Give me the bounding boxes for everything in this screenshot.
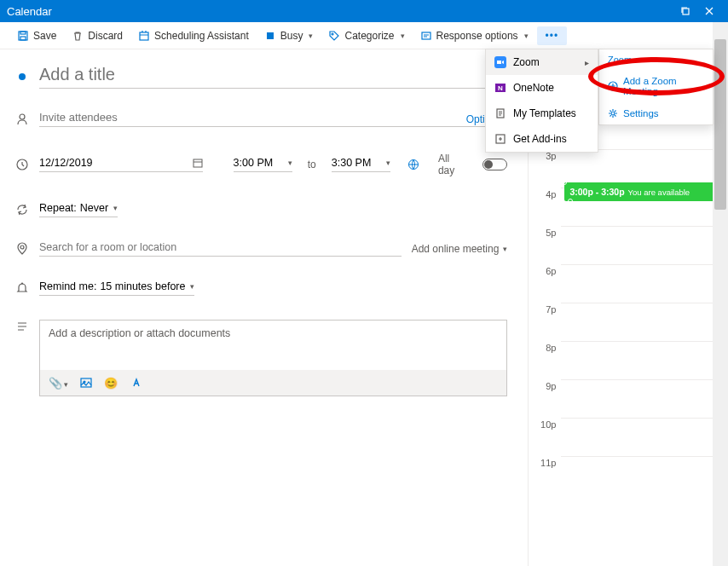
hour-row: 8p [535, 341, 728, 379]
menu-item-get-add-ins[interactable]: Get Add-ins [486, 126, 598, 152]
menu-item-zoom[interactable]: Zoom▸ [486, 49, 598, 75]
ellipsis-icon: ••• [546, 30, 559, 42]
image-icon[interactable] [80, 377, 92, 389]
svg-rect-2 [20, 32, 26, 34]
svg-point-13 [22, 283, 23, 284]
emoji-icon[interactable]: 😊 [104, 377, 118, 390]
zoom-icon [494, 56, 506, 68]
hour-label: 11p [535, 456, 561, 468]
window-title: Calendar [7, 5, 673, 18]
window-titlebar: Calendar [0, 0, 728, 22]
svg-point-6 [332, 33, 333, 35]
addins-icon [494, 133, 506, 145]
chevron-down-icon: ▾ [288, 159, 292, 167]
calendar-event[interactable]: 3:00p - 3:30p You are available [564, 182, 721, 201]
chevron-down-icon: ▾ [503, 245, 507, 253]
chevron-down-icon: ▾ [190, 282, 194, 291]
more-options-menu: Zoom▸NOneNoteMy TemplatesGet Add-ins [485, 49, 598, 153]
start-time-field[interactable]: 3:00 PM ▾ [234, 157, 292, 172]
scrollbar[interactable] [713, 22, 728, 566]
chevron-down-icon: ▾ [113, 204, 118, 212]
repeat-icon [15, 203, 29, 217]
hour-label: 5p [535, 226, 561, 238]
close-button[interactable] [697, 0, 721, 22]
command-toolbar: Save Discard Scheduling Assistant Busy ▾… [0, 22, 728, 49]
event-form: Optional 12/12/2019 3:00 PM ▾ to 3:30 PM… [0, 49, 528, 566]
scheduling-assistant-button[interactable]: Scheduling Assistant [131, 26, 256, 45]
more-options-button[interactable]: ••• [537, 26, 568, 45]
chevron-down-icon: ▾ [386, 159, 390, 167]
svg-rect-5 [267, 32, 274, 39]
reminder-field[interactable]: Remind me: 15 minutes before ▾ [39, 280, 194, 296]
to-label: to [308, 159, 316, 170]
attach-icon[interactable]: 📎▾ [49, 377, 68, 390]
menu-item-my-templates[interactable]: My Templates [486, 101, 598, 126]
add-online-meeting-button[interactable]: Add online meeting ▾ [412, 243, 508, 255]
templates-icon [494, 107, 506, 119]
plus-icon [608, 81, 618, 91]
response-icon [420, 30, 432, 42]
hour-row: 11p [535, 456, 728, 494]
save-button[interactable]: Save [10, 26, 63, 45]
svg-point-22 [611, 112, 615, 115]
format-icon[interactable] [130, 377, 142, 389]
bell-icon [15, 281, 29, 295]
attendees-input[interactable] [39, 111, 507, 127]
location-icon [15, 242, 29, 256]
hour-label: 8p [535, 341, 561, 353]
zoom-submenu: Zoom Add a Zoom MeetingSettings [598, 49, 714, 125]
calendar-picker-icon [193, 158, 203, 168]
onenote-icon: N [494, 82, 506, 94]
discard-button[interactable]: Discard [65, 26, 130, 45]
hour-row: 10p [535, 418, 728, 456]
popout-button[interactable] [673, 0, 697, 22]
submenu-item-add-a-zoom-meeting[interactable]: Add a Zoom Meeting [599, 70, 713, 102]
busy-button[interactable]: Busy ▾ [257, 26, 321, 45]
hour-label: 4p [535, 188, 561, 199]
tag-icon [328, 30, 340, 42]
svg-point-8 [20, 114, 25, 119]
timezone-icon[interactable] [407, 159, 419, 170]
calendar-icon [138, 30, 150, 42]
svg-rect-4 [140, 32, 148, 40]
description-input[interactable]: Add a description or attach documents [40, 321, 506, 370]
menu-item-onenote[interactable]: NOneNote [486, 75, 598, 101]
gear-icon [608, 108, 618, 118]
busy-icon [264, 30, 276, 42]
chevron-down-icon: ▾ [309, 32, 313, 40]
chevron-right-icon: ▸ [585, 58, 589, 67]
scroll-thumb[interactable] [714, 39, 726, 210]
svg-rect-0 [683, 9, 689, 14]
clock-icon [15, 158, 29, 171]
person-icon [15, 113, 29, 126]
svg-text:N: N [498, 84, 503, 92]
title-input[interactable] [39, 65, 507, 89]
svg-rect-10 [194, 159, 202, 167]
location-input[interactable] [39, 241, 402, 257]
calendar-color-bullet [19, 73, 26, 80]
repeat-field[interactable]: Repeat: Never ▾ [39, 202, 118, 217]
hour-label: 9p [535, 379, 561, 391]
allday-label: All day [438, 153, 468, 176]
hour-label: 7p [535, 303, 561, 315]
save-icon [17, 30, 29, 42]
hour-label: 10p [535, 418, 561, 430]
description-box: Add a description or attach documents 📎▾… [39, 320, 507, 396]
description-icon [15, 320, 29, 333]
hour-row: 6p [535, 264, 728, 303]
svg-rect-3 [20, 37, 26, 40]
response-options-button[interactable]: Response options ▾ [413, 26, 535, 45]
hour-row: 5p [535, 226, 728, 264]
svg-point-12 [20, 245, 24, 249]
date-field[interactable]: 12/12/2019 [39, 157, 203, 172]
chevron-down-icon: ▾ [401, 32, 405, 40]
categorize-button[interactable]: Categorize ▾ [321, 26, 411, 45]
hour-row: 9p [535, 379, 728, 418]
hour-row: 7p [535, 303, 728, 341]
svg-rect-7 [422, 32, 430, 39]
description-toolbar: 📎▾ 😊 [40, 370, 506, 396]
end-time-field[interactable]: 3:30 PM ▾ [332, 157, 390, 172]
chevron-down-icon: ▾ [524, 32, 529, 40]
submenu-item-settings[interactable]: Settings [599, 102, 713, 124]
allday-toggle[interactable] [482, 159, 507, 170]
